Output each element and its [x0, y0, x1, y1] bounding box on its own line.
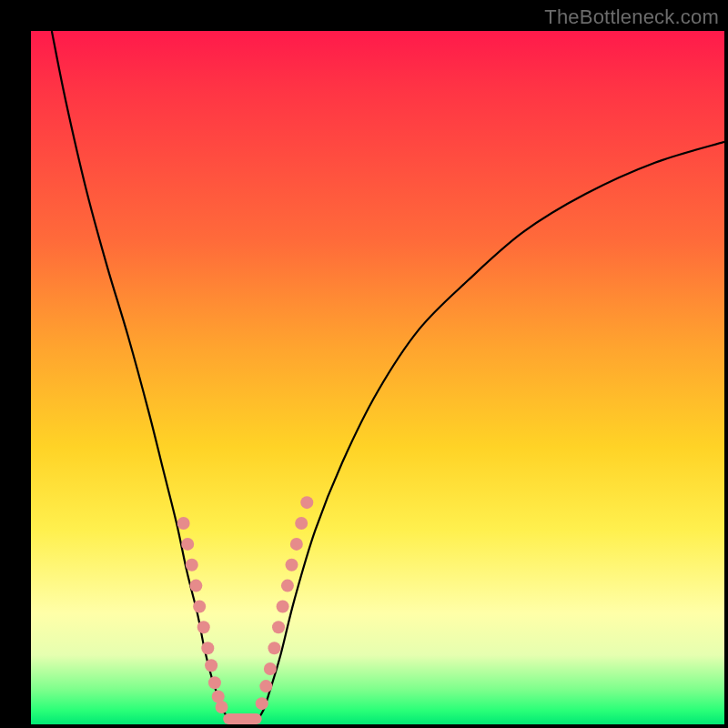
data-dot	[205, 659, 217, 672]
data-dot	[197, 621, 210, 633]
data-dot	[181, 538, 194, 551]
data-dot	[259, 680, 272, 693]
data-dot	[290, 538, 303, 551]
right-dot-cluster	[256, 496, 314, 710]
data-dot	[189, 580, 202, 592]
data-dot	[208, 676, 221, 689]
data-dot	[277, 600, 289, 612]
data-dot	[186, 559, 198, 571]
right-curve	[257, 142, 724, 721]
data-dot	[216, 701, 228, 713]
data-dot	[193, 600, 206, 612]
plot-area	[31, 31, 724, 724]
data-dot	[268, 642, 280, 654]
data-dot	[272, 621, 285, 633]
left-dot-cluster	[177, 517, 228, 713]
data-dot	[264, 662, 277, 675]
data-dot	[300, 496, 313, 509]
chart-frame: TheBottleneck.com	[0, 0, 728, 728]
data-dot	[201, 642, 214, 654]
watermark-text: TheBottleneck.com	[544, 5, 719, 29]
data-dot	[286, 559, 298, 571]
data-dot	[281, 580, 294, 592]
data-dot	[177, 517, 190, 530]
data-dot	[295, 517, 308, 530]
curve-layer	[31, 31, 724, 724]
left-curve	[52, 31, 232, 721]
data-dot	[256, 697, 268, 710]
